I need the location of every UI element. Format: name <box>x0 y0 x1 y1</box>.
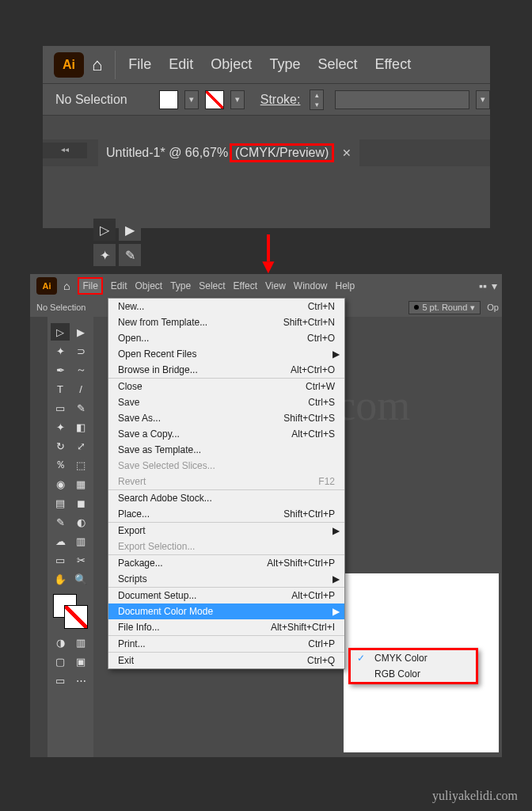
draw-normal-icon[interactable]: ▢ <box>51 653 70 670</box>
menu-item[interactable]: Print...Ctrl+P <box>108 635 344 652</box>
gradient-mode-icon[interactable]: ▥ <box>71 634 90 651</box>
brush-tool[interactable]: ✎ <box>71 399 90 417</box>
menu-window-2[interactable]: Window <box>294 280 328 291</box>
menu-item-label: Exit <box>118 655 134 666</box>
shaper-tool[interactable]: ✦ <box>51 418 70 436</box>
menu-item[interactable]: New...Ctrl+N <box>108 299 344 314</box>
scale-tool[interactable]: ⤢ <box>71 437 90 455</box>
gradient-tool[interactable]: ◼ <box>71 494 90 512</box>
screen-mode-icon[interactable]: ▭ <box>51 672 70 689</box>
menu-help-2[interactable]: Help <box>336 280 355 291</box>
menu-item-label: New from Template... <box>118 317 207 328</box>
perspective-tool[interactable]: ▦ <box>71 475 90 493</box>
menu-item[interactable]: Open...Ctrl+O <box>108 330 344 346</box>
menu-item-label: Export Selection... <box>118 541 195 552</box>
fill-swatch[interactable] <box>159 90 178 109</box>
menu-effect[interactable]: Effect <box>374 56 411 73</box>
slice-tool[interactable]: ✂ <box>71 551 90 569</box>
symbol-tool[interactable]: ☁ <box>51 532 70 550</box>
menu-effect-2[interactable]: Effect <box>234 280 257 291</box>
menu-item-label: Document Setup... <box>118 590 196 601</box>
submenu-item[interactable]: RGB Color <box>351 666 476 682</box>
magic-wand-tool[interactable]: ✦ <box>51 342 70 360</box>
menu-item[interactable]: Save As...Shift+Ctrl+S <box>108 410 344 426</box>
menu-item[interactable]: Open Recent Files▶ <box>108 346 344 362</box>
menu-item[interactable]: Search Adobe Stock... <box>108 489 344 506</box>
tab-close-icon[interactable]: ✕ <box>342 147 352 159</box>
home-icon-2[interactable]: ⌂ <box>63 280 70 292</box>
menu-object[interactable]: Object <box>211 56 252 73</box>
stroke-stepper[interactable]: ▴▾ <box>310 89 324 110</box>
menu-item[interactable]: Scripts▶ <box>108 571 344 587</box>
home-icon[interactable]: ⌂ <box>92 55 102 75</box>
direct-selection-tool-icon[interactable]: ▶ <box>119 219 141 241</box>
menu-item[interactable]: Document Setup...Alt+Ctrl+P <box>108 587 344 603</box>
stroke-indicator[interactable] <box>64 605 88 629</box>
stroke-field[interactable] <box>335 90 469 109</box>
menu-select[interactable]: Select <box>317 56 357 73</box>
width-tool[interactable]: ％ <box>51 456 70 474</box>
brush-preset-label: 5 pt. Round <box>422 303 467 312</box>
rectangle-tool[interactable]: ▭ <box>51 399 70 417</box>
type-tool[interactable]: T <box>51 380 70 398</box>
line-tool[interactable]: / <box>71 380 90 398</box>
mesh-tool[interactable]: ▤ <box>51 494 70 512</box>
menu-item[interactable]: Browse in Bridge...Alt+Ctrl+O <box>108 362 344 378</box>
magic-wand-icon[interactable]: ✦ <box>93 244 116 266</box>
eyedropper-tool[interactable]: ✎ <box>51 513 70 531</box>
menu-file-2[interactable]: File <box>78 277 102 295</box>
menu-item[interactable]: Place...Shift+Ctrl+P <box>108 506 344 522</box>
menu-item[interactable]: Export▶ <box>108 522 344 539</box>
eraser-tool[interactable]: ◧ <box>71 418 90 436</box>
menu-object-2[interactable]: Object <box>135 280 163 291</box>
menu-item-label: Open Recent Files <box>118 348 196 360</box>
tab-row: Untitled-1* @ 66,67% (CMYK/Preview) ✕ <box>43 139 490 166</box>
color-mode-icon[interactable]: ◑ <box>51 634 70 651</box>
hand-tool[interactable]: ✋ <box>51 570 70 588</box>
menu-item[interactable]: Save a Copy...Alt+Ctrl+S <box>108 426 344 442</box>
menu-edit-2[interactable]: Edit <box>111 280 127 291</box>
pen-tool[interactable]: ✒ <box>51 361 70 379</box>
menu-type-2[interactable]: Type <box>170 280 191 291</box>
edit-toolbar-icon[interactable]: ⋯ <box>71 672 90 689</box>
menu-item-shortcut: Ctrl+N <box>308 301 335 312</box>
menu-item[interactable]: Save as Template... <box>108 442 344 458</box>
menu-select-2[interactable]: Select <box>199 280 225 291</box>
menu-item[interactable]: Package...Alt+Shift+Ctrl+P <box>108 554 344 571</box>
free-transform-tool[interactable]: ⬚ <box>71 456 90 474</box>
workspace-switcher[interactable]: ▪▪▾ <box>479 280 497 292</box>
menu-item[interactable]: ExitCtrl+Q <box>108 652 344 668</box>
shape-builder-tool[interactable]: ◉ <box>51 475 70 493</box>
menu-item-label: Open... <box>118 333 149 344</box>
menu-item[interactable]: Document Color Mode▶ <box>108 603 344 619</box>
selection-tool[interactable]: ▷ <box>51 323 70 341</box>
menu-edit[interactable]: Edit <box>169 56 193 73</box>
blend-tool[interactable]: ◐ <box>71 513 90 531</box>
menu-type[interactable]: Type <box>269 56 300 73</box>
panel-collapse[interactable]: ◂◂ <box>43 143 87 158</box>
artboard-tool[interactable]: ▭ <box>51 551 70 569</box>
menu-item[interactable]: CloseCtrl+W <box>108 378 344 394</box>
lasso-tool[interactable]: ⊃ <box>71 342 90 360</box>
menu-file[interactable]: File <box>128 56 151 73</box>
draw-behind-icon[interactable]: ▣ <box>71 653 90 670</box>
stroke-dropdown[interactable]: ▾ <box>230 90 245 109</box>
direct-selection-tool[interactable]: ▶ <box>71 323 90 341</box>
selection-tool-icon[interactable]: ▷ <box>93 219 116 241</box>
menu-item[interactable]: New from Template...Shift+Ctrl+N <box>108 314 344 330</box>
menu-item[interactable]: File Info...Alt+Shift+Ctrl+I <box>108 619 344 635</box>
graph-tool[interactable]: ▥ <box>71 532 90 550</box>
lasso-icon[interactable]: ✎ <box>119 244 141 266</box>
brush-preset[interactable]: 5 pt. Round ▾ <box>408 301 481 314</box>
menu-view-2[interactable]: View <box>265 280 286 291</box>
fill-stroke-indicator[interactable] <box>53 594 88 629</box>
fill-dropdown[interactable]: ▾ <box>184 90 199 109</box>
stroke-swatch[interactable] <box>205 90 224 109</box>
menu-item[interactable]: SaveCtrl+S <box>108 394 344 410</box>
zoom-tool[interactable]: 🔍 <box>71 570 90 588</box>
submenu-item[interactable]: ✓CMYK Color <box>351 650 476 666</box>
stroke-profile-dropdown[interactable]: ▾ <box>476 90 490 109</box>
document-tab[interactable]: Untitled-1* @ 66,67% (CMYK/Preview) ✕ <box>98 139 359 166</box>
curvature-tool[interactable]: ～ <box>71 361 90 379</box>
rotate-tool[interactable]: ↻ <box>51 437 70 455</box>
